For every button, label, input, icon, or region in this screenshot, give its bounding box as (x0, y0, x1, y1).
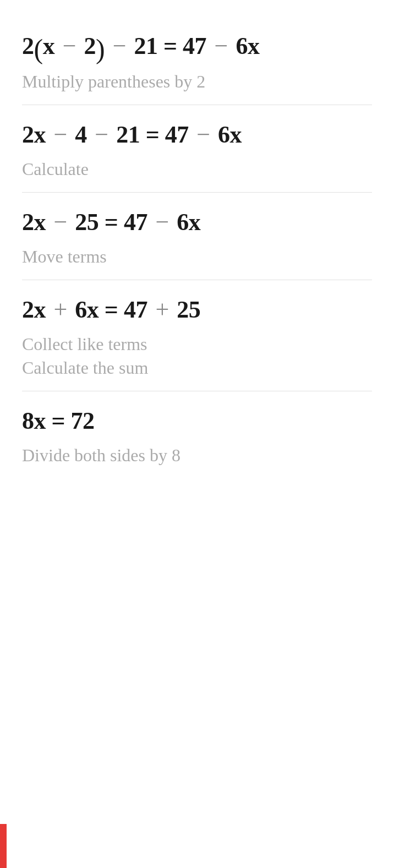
eq2-equals: = (140, 121, 165, 148)
eq3-47: 47 (124, 209, 147, 236)
step-3-description: Move terms (22, 245, 372, 269)
eq2-2x: 2x (22, 121, 46, 148)
page-container: 2(x − 2) − 21 = 47 − 6x Multiply parenth… (0, 0, 394, 500)
eq1-paren-close: ) (96, 34, 105, 64)
step-5: 8x = 72 Divide both sides by 8 (22, 391, 372, 478)
step-2: 2x − 4 − 21 = 47 − 6x Calculate (22, 105, 372, 193)
equation-5: 8x = 72 (22, 407, 372, 436)
eq1-2: 2 (78, 32, 96, 59)
eq3-equals: = (98, 209, 124, 236)
red-bar (0, 824, 7, 868)
eq2-21: 21 (111, 121, 140, 148)
step-3: 2x − 25 = 47 − 6x Move terms (22, 193, 372, 280)
equation-2: 2x − 4 − 21 = 47 − 6x (22, 121, 372, 150)
eq5-72: 72 (71, 407, 95, 434)
eq1-minus2: − (107, 32, 126, 59)
eq3-25: 25 (69, 209, 99, 236)
eq4-equals: = (98, 296, 124, 323)
eq4-47: 47 (124, 296, 147, 323)
eq1-x: x (43, 32, 55, 59)
eq1-47: 47 (183, 32, 206, 59)
eq2-47: 47 (165, 121, 189, 148)
eq1-6x: 6x (230, 32, 260, 59)
eq4-2x: 2x (22, 296, 46, 323)
step-4-description: Collect like terms Calculate the sum (22, 332, 372, 380)
step-1: 2(x − 2) − 21 = 47 − 6x Multiply parenth… (22, 17, 372, 105)
eq5-8x: 8x (22, 407, 46, 434)
equation-1: 2(x − 2) − 21 = 47 − 6x (22, 32, 372, 62)
eq1-21: 21 (128, 32, 158, 59)
equation-3: 2x − 25 = 47 − 6x (22, 208, 372, 237)
eq2-6x: 6x (212, 121, 242, 148)
eq5-equals: = (46, 407, 71, 434)
eq2-minus1: − (48, 121, 67, 148)
eq2-minus3: − (191, 121, 210, 148)
eq1-minus3: − (209, 32, 228, 59)
eq2-minus2: − (89, 121, 108, 148)
eq1-equals: = (157, 32, 183, 59)
eq4-6x: 6x (69, 296, 99, 323)
eq1-coeff: 2 (22, 32, 34, 59)
eq3-6x: 6x (171, 209, 201, 236)
eq3-minus1: − (48, 209, 67, 236)
eq3-2x: 2x (22, 209, 46, 236)
eq1-minus1: − (57, 32, 76, 59)
eq1-paren-open: ( (34, 34, 43, 64)
equation-4: 2x + 6x = 47 + 25 (22, 296, 372, 325)
step-4: 2x + 6x = 47 + 25 Collect like terms Cal… (22, 280, 372, 391)
eq4-plus2: + (150, 296, 169, 323)
eq4-plus1: + (48, 296, 67, 323)
eq3-minus2: − (150, 209, 169, 236)
step-5-description: Divide both sides by 8 (22, 444, 372, 467)
step-2-description: Calculate (22, 157, 372, 181)
step-1-description: Multiply parentheses by 2 (22, 70, 372, 94)
eq4-25: 25 (171, 296, 201, 323)
eq2-4: 4 (69, 121, 87, 148)
